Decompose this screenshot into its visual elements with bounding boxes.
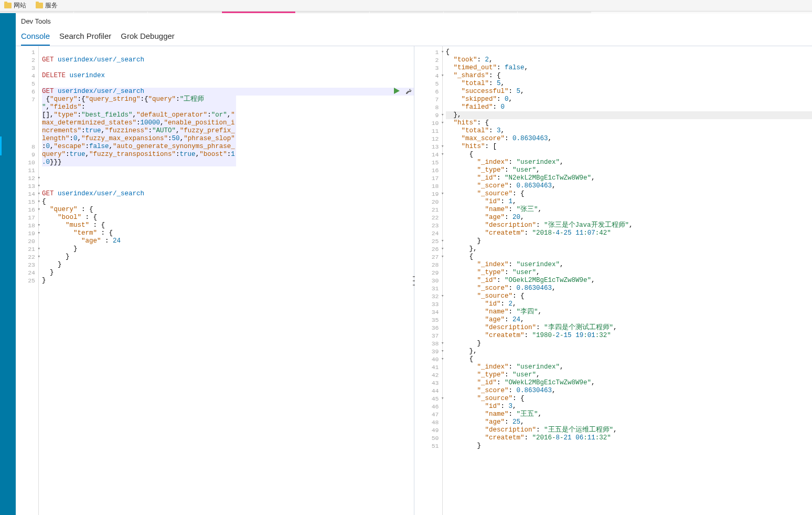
bookmark-label: 服务 xyxy=(45,1,58,10)
bookmark-item[interactable]: 网站 xyxy=(4,1,26,10)
bookmark-item[interactable]: 服务 xyxy=(36,1,58,10)
browser-bookmarks-bar: 网站 服务 xyxy=(0,0,812,12)
bookmark-label: 网站 xyxy=(14,1,26,10)
folder-icon xyxy=(36,3,43,8)
folder-icon xyxy=(4,3,12,8)
